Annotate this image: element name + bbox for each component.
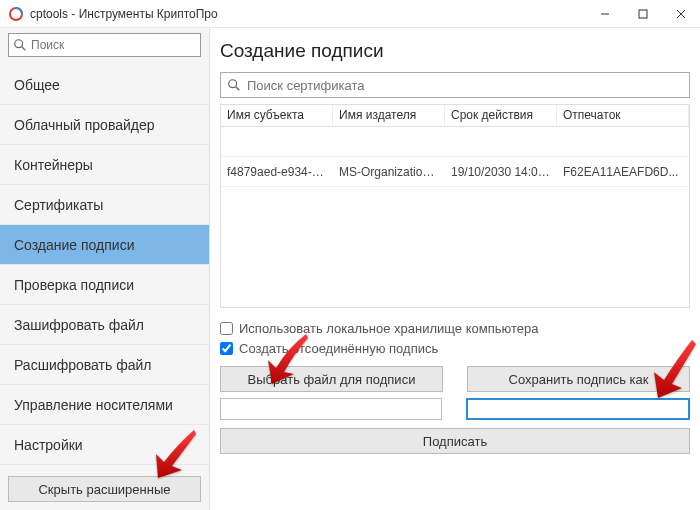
source-file-field[interactable] xyxy=(220,398,442,420)
choose-file-button[interactable]: Выбрать файл для подписи xyxy=(220,366,443,392)
checkbox-label: Создать отсоединённую подпись xyxy=(239,341,438,356)
col-thumbprint[interactable]: Отпечаток xyxy=(557,105,689,126)
nav-label: Сертификаты xyxy=(14,197,103,213)
main-panel: Создание подписи Имя субъекта Имя издате… xyxy=(210,28,700,510)
checkbox-label: Использовать локальное хранилище компьют… xyxy=(239,321,538,336)
close-button[interactable] xyxy=(662,0,700,28)
checkbox-detached-signature[interactable]: Создать отсоединённую подпись xyxy=(220,338,690,358)
window-title: cptools - Инструменты КриптоПро xyxy=(30,7,586,21)
checkbox-local-store-input[interactable] xyxy=(220,322,233,335)
hide-advanced-button[interactable]: Скрыть расширенные xyxy=(8,476,201,502)
nav-list: Общее Облачный провайдер Контейнеры Серт… xyxy=(0,65,209,470)
svg-line-6 xyxy=(22,47,26,51)
cell-issuer: MS-Organization-... xyxy=(333,165,445,179)
nav-label: Создание подписи xyxy=(14,237,134,253)
save-signature-as-button[interactable]: Сохранить подпись как xyxy=(467,366,690,392)
nav-label: Облачный провайдер xyxy=(14,117,155,133)
nav-label: Настройки xyxy=(14,437,83,453)
nav-settings[interactable]: Настройки xyxy=(0,425,209,465)
checkbox-local-store[interactable]: Использовать локальное хранилище компьют… xyxy=(220,318,690,338)
svg-point-7 xyxy=(229,80,237,88)
certificate-search-input[interactable] xyxy=(247,78,683,93)
nav-label: Контейнеры xyxy=(14,157,93,173)
nav-cloud-provider[interactable]: Облачный провайдер xyxy=(0,105,209,145)
signature-file-field[interactable] xyxy=(466,398,690,420)
nav-general[interactable]: Общее xyxy=(0,65,209,105)
nav-decrypt-file[interactable]: Расшифровать файл xyxy=(0,345,209,385)
button-label: Выбрать файл для подписи xyxy=(248,372,416,387)
nav-manage-media[interactable]: Управление носителями xyxy=(0,385,209,425)
search-icon xyxy=(13,38,27,52)
svg-point-5 xyxy=(15,40,23,48)
table-body: f4879aed-e934-40... MS-Organization-... … xyxy=(221,127,689,187)
table-row[interactable]: f4879aed-e934-40... MS-Organization-... … xyxy=(221,157,689,187)
nav-label: Зашифровать файл xyxy=(14,317,144,333)
nav-label: Проверка подписи xyxy=(14,277,134,293)
cell-subject: f4879aed-e934-40... xyxy=(221,165,333,179)
svg-line-8 xyxy=(236,87,240,91)
sidebar-search-input[interactable] xyxy=(31,38,196,52)
sign-button[interactable]: Подписать xyxy=(220,428,690,454)
table-row-redacted[interactable] xyxy=(221,127,689,157)
nav-label: Общее xyxy=(14,77,60,93)
col-issuer[interactable]: Имя издателя xyxy=(333,105,445,126)
checkbox-detached-input[interactable] xyxy=(220,342,233,355)
cell-expiry: 19/10/2030 14:00:... xyxy=(445,165,557,179)
sidebar-search[interactable] xyxy=(8,33,201,57)
cell-thumbprint: F62EA11AEAFD6D... xyxy=(557,165,689,179)
app-icon xyxy=(8,6,24,22)
nav-verify-signature[interactable]: Проверка подписи xyxy=(0,265,209,305)
svg-rect-2 xyxy=(639,10,647,18)
button-label: Скрыть расширенные xyxy=(38,482,170,497)
nav-label: Расшифровать файл xyxy=(14,357,151,373)
button-label: Сохранить подпись как xyxy=(509,372,649,387)
nav-certificates[interactable]: Сертификаты xyxy=(0,185,209,225)
page-title: Создание подписи xyxy=(220,40,690,62)
nav-containers[interactable]: Контейнеры xyxy=(0,145,209,185)
titlebar: cptools - Инструменты КриптоПро xyxy=(0,0,700,28)
col-subject[interactable]: Имя субъекта xyxy=(221,105,333,126)
maximize-button[interactable] xyxy=(624,0,662,28)
col-expiry[interactable]: Срок действия xyxy=(445,105,557,126)
certificate-search[interactable] xyxy=(220,72,690,98)
button-label: Подписать xyxy=(423,434,487,449)
minimize-button[interactable] xyxy=(586,0,624,28)
table-header: Имя субъекта Имя издателя Срок действия … xyxy=(221,105,689,127)
options-group: Использовать локальное хранилище компьют… xyxy=(220,318,690,358)
nav-label: Управление носителями xyxy=(14,397,173,413)
search-icon xyxy=(227,78,241,92)
nav-create-signature[interactable]: Создание подписи xyxy=(0,225,209,265)
nav-encrypt-file[interactable]: Зашифровать файл xyxy=(0,305,209,345)
sidebar: Общее Облачный провайдер Контейнеры Серт… xyxy=(0,28,210,510)
certificate-table: Имя субъекта Имя издателя Срок действия … xyxy=(220,104,690,308)
